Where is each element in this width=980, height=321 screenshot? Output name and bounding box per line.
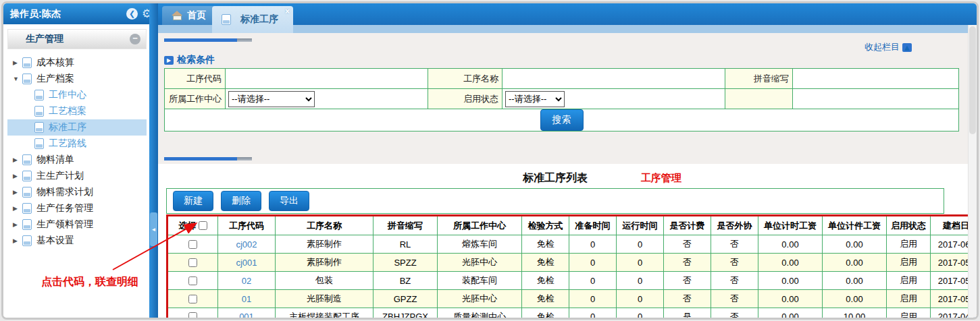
select-all-checkbox[interactable] bbox=[199, 221, 207, 230]
collapse-columns-link[interactable]: 收起栏目 ▲ bbox=[865, 41, 912, 53]
search-section: ▶ 检索条件 工序代码 工序名称 拼音缩写 所属工作中心 bbox=[164, 54, 970, 132]
sidebar-item-主生产计划[interactable]: ▶主生产计划 bbox=[7, 168, 147, 184]
table-cell: 0 bbox=[569, 272, 617, 290]
table-cell: 素胚制作 bbox=[276, 235, 373, 254]
table-cell: GPZZ bbox=[373, 290, 438, 308]
process-code-label: 工序代码 bbox=[165, 69, 226, 89]
close-icon[interactable]: × bbox=[285, 7, 290, 16]
tab-standard-process[interactable]: 标准工序 × bbox=[212, 6, 293, 33]
row-checkbox[interactable] bbox=[188, 295, 197, 303]
operator-label: 操作员:陈杰 bbox=[10, 8, 61, 20]
process-code-link[interactable]: 01 bbox=[218, 290, 276, 308]
workcenter-select[interactable]: --请选择-- bbox=[228, 91, 315, 107]
table-cell: 免检 bbox=[522, 235, 569, 254]
table-cell: SPZZ bbox=[373, 254, 438, 272]
row-checkbox[interactable] bbox=[188, 258, 197, 267]
table-cell: 光胚中心 bbox=[438, 290, 522, 308]
sidebar-item-生产档案[interactable]: ▼生产档案 bbox=[7, 71, 147, 87]
arrow-right-icon[interactable]: ▶ bbox=[164, 56, 174, 65]
row-checkbox[interactable] bbox=[188, 240, 197, 249]
sidebar-item-label: 工艺档案 bbox=[49, 105, 86, 117]
search-button[interactable]: 搜索 bbox=[540, 109, 584, 131]
sidebar-item-成本核算[interactable]: ▶成本核算 bbox=[7, 55, 147, 71]
process-code-input[interactable] bbox=[227, 70, 426, 88]
table-cell: 0.00 bbox=[823, 290, 887, 308]
document-icon bbox=[22, 219, 32, 230]
table-cell: 装配车间 bbox=[438, 272, 522, 290]
scrollbar-thumb[interactable] bbox=[969, 26, 976, 134]
toolbar-button-导出[interactable]: 导出 bbox=[269, 191, 309, 211]
sidebar-item-label: 工艺路线 bbox=[49, 138, 86, 150]
row-select-cell bbox=[167, 235, 218, 254]
tab-home-label: 首页 bbox=[187, 9, 206, 22]
table-cell: 启用 bbox=[887, 272, 931, 290]
table-cell: 熔炼车间 bbox=[438, 235, 522, 254]
process-code-link[interactable]: cj002 bbox=[218, 235, 276, 254]
tab-home[interactable]: 首页 bbox=[162, 6, 215, 25]
column-header: 拼音缩写 bbox=[373, 216, 438, 235]
table-cell: 否 bbox=[664, 272, 711, 290]
sidebar-item-工艺档案[interactable]: 工艺档案 bbox=[7, 103, 147, 119]
workcenter-label: 所属工作中心 bbox=[165, 89, 226, 109]
sidebar-item-基本设置[interactable]: ▶基本设置 bbox=[7, 233, 147, 249]
caret-right-icon[interactable]: ▶ bbox=[13, 205, 22, 212]
table-row: cj001素胚制作SPZZ光胚中心免检00否否0.000.00启用2017-05… bbox=[167, 254, 977, 272]
caret-right-icon[interactable]: ▶ bbox=[13, 173, 22, 179]
sidebar-item-标准工序[interactable]: 标准工序 bbox=[7, 119, 147, 136]
sidebar-splitter[interactable]: ◄ bbox=[149, 3, 158, 318]
sidebar-item-生产任务管理[interactable]: ▶生产任务管理 bbox=[7, 200, 147, 216]
collapse-up-icon[interactable]: ▲ bbox=[902, 43, 912, 52]
process-name-input[interactable] bbox=[504, 70, 723, 88]
row-checkbox[interactable] bbox=[188, 312, 197, 318]
caret-right-icon[interactable]: ▶ bbox=[13, 237, 22, 244]
toolbar-button-删除[interactable]: 删除 bbox=[221, 191, 261, 211]
table-cell: 否 bbox=[711, 290, 758, 308]
sidebar-item-工作中心[interactable]: 工作中心 bbox=[7, 87, 147, 103]
table-cell: 启用 bbox=[887, 235, 931, 254]
pinyin-input[interactable] bbox=[794, 70, 957, 88]
splitter-collapse-icon[interactable]: ◄ bbox=[150, 212, 157, 246]
document-icon bbox=[22, 57, 32, 68]
sidebar-panel-header[interactable]: 生产管理 − bbox=[7, 29, 147, 49]
table-cell: RL bbox=[373, 235, 438, 254]
process-name-label: 工序名称 bbox=[428, 69, 502, 89]
sidebar-item-生产领料管理[interactable]: ▶生产领料管理 bbox=[7, 216, 147, 233]
document-icon bbox=[22, 154, 32, 165]
caret-down-icon[interactable]: ▼ bbox=[13, 76, 22, 82]
process-code-link[interactable]: cj001 bbox=[218, 254, 276, 272]
caret-right-icon[interactable]: ▶ bbox=[13, 156, 22, 163]
sidebar: 操作员:陈杰 ❮ ⚙ 生产管理 − ▶成本核算▼生产档案工作中心工艺档案标准工序… bbox=[3, 3, 158, 318]
sidebar-item-工艺路线[interactable]: 工艺路线 bbox=[7, 136, 147, 152]
sidebar-tree: ▶成本核算▼生产档案工作中心工艺档案标准工序工艺路线▶物料清单▶主生产计划▶物料… bbox=[7, 55, 147, 249]
process-code-link[interactable]: 001 bbox=[218, 308, 276, 318]
sidebar-item-物料清单[interactable]: ▶物料清单 bbox=[7, 152, 147, 168]
vertical-scrollbar[interactable] bbox=[968, 25, 977, 318]
table-cell: 启用 bbox=[887, 290, 931, 308]
document-icon bbox=[22, 171, 32, 181]
sidebar-item-物料需求计划[interactable]: ▶物料需求计划 bbox=[7, 184, 147, 200]
back-icon[interactable]: ❮ bbox=[126, 8, 138, 20]
collapse-panel-icon[interactable]: − bbox=[130, 34, 140, 45]
caret-right-icon[interactable]: ▶ bbox=[13, 189, 22, 196]
process-code-link[interactable]: 02 bbox=[218, 272, 276, 290]
table-cell: 否 bbox=[664, 235, 711, 254]
toolbar: 新建删除导出 bbox=[166, 188, 944, 214]
app-window: 操作员:陈杰 ❮ ⚙ 生产管理 − ▶成本核算▼生产档案工作中心工艺档案标准工序… bbox=[1, 1, 979, 320]
table-cell: 0.00 bbox=[758, 254, 823, 272]
document-icon bbox=[34, 90, 44, 100]
table-cell: 否 bbox=[664, 254, 711, 272]
table-cell: 0.00 bbox=[758, 308, 823, 318]
caret-right-icon[interactable]: ▶ bbox=[13, 59, 22, 66]
table-cell: BZ bbox=[373, 272, 438, 290]
row-checkbox[interactable] bbox=[188, 276, 197, 285]
search-form: 工序代码 工序名称 拼音缩写 所属工作中心 --请选择-- 启用状态 --请选择… bbox=[164, 68, 959, 132]
document-icon bbox=[222, 14, 231, 25]
sidebar-item-label: 物料需求计划 bbox=[36, 186, 93, 198]
toolbar-button-新建[interactable]: 新建 bbox=[173, 191, 213, 211]
caret-right-icon[interactable]: ▶ bbox=[13, 221, 22, 228]
sidebar-item-label: 标准工序 bbox=[49, 121, 86, 134]
column-header: 选择 bbox=[167, 216, 218, 235]
table-cell: 0.00 bbox=[758, 235, 823, 254]
status-select[interactable]: --请选择-- bbox=[505, 91, 565, 107]
tab-active-label: 标准工序 bbox=[240, 13, 278, 26]
